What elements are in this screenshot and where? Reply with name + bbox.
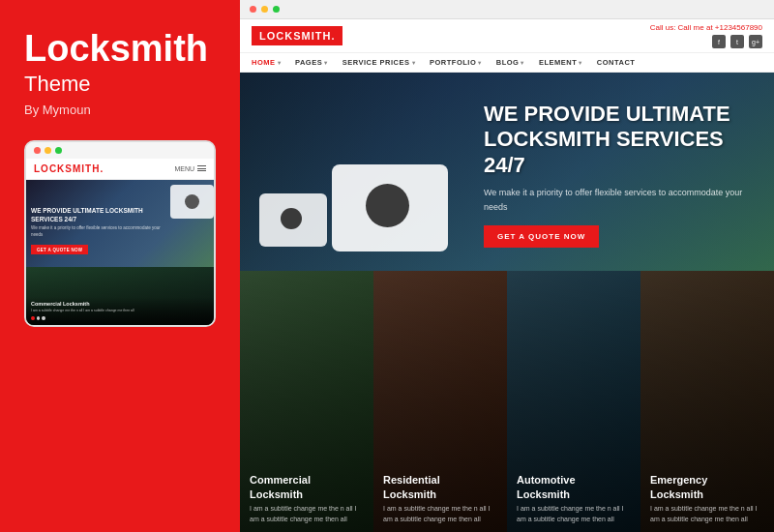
- chevron-down-icon: ▾: [478, 59, 482, 66]
- chevron-down-icon: ▾: [521, 59, 524, 66]
- mobile-camera-shape: [170, 185, 214, 219]
- desktop-mockup: LOCKSMITH. Call us: Call me at +12345678…: [240, 0, 774, 532]
- nav-contact[interactable]: CONTACT: [597, 58, 636, 67]
- camera-big-lens: [366, 184, 409, 227]
- desktop-nav: HOME ▾ PAGES ▾ SERVICE PRICES ▾ PORTFOLI…: [240, 53, 774, 73]
- close-dot: [250, 6, 256, 13]
- camera-small: [259, 193, 327, 247]
- nav-blog[interactable]: BLOG ▾: [496, 58, 524, 67]
- mobile-logo: LOCKSMITH.: [34, 163, 104, 174]
- carousel-dots: [31, 316, 45, 321]
- maximize-dot: [55, 147, 62, 154]
- camera-big: [332, 164, 448, 251]
- maximize-dot: [273, 6, 280, 13]
- service-emergency[interactable]: EmergencyLocksmith I am a subtitle chang…: [640, 271, 774, 532]
- chevron-down-icon: ▾: [579, 59, 582, 66]
- mobile-hero: WE PROVIDE ULTIMATE LOCKSMITH SERVICES 2…: [26, 180, 214, 267]
- chevron-down-icon: ▾: [278, 59, 282, 66]
- mobile-service-commercial: Commercial Locksmith I am a subtitle cha…: [26, 267, 214, 325]
- mobile-camera-lens: [185, 194, 199, 209]
- nav-service-prices[interactable]: SERVICE PRICES ▾: [342, 58, 415, 67]
- service-residential[interactable]: ResidentialLocksmith I am a subtitle cha…: [373, 271, 507, 532]
- desktop-hero-title: WE PROVIDE ULTIMATE LOCKSMITH SERVICES 2…: [484, 102, 755, 178]
- chevron-down-icon: ▾: [324, 59, 328, 66]
- service-automotive[interactable]: AutomotiveLocksmith I am a subtitle chan…: [507, 271, 640, 532]
- mobile-window-controls: [26, 142, 214, 159]
- left-panel: Locksmith Theme By Mymoun LOCKSMITH. MEN…: [0, 0, 240, 532]
- nav-pages[interactable]: PAGES ▾: [295, 58, 328, 67]
- minimize-dot: [261, 6, 268, 13]
- mobile-mockup: LOCKSMITH. MENU WE PROVIDE ULTIMATE LOCK…: [24, 140, 216, 327]
- nav-home[interactable]: HOME ▾: [252, 58, 281, 67]
- mobile-menu[interactable]: MENU: [174, 165, 206, 172]
- camera-group: [259, 164, 448, 251]
- hamburger-icon: [197, 165, 206, 171]
- camera-small-lens: [281, 208, 302, 229]
- close-dot: [34, 147, 41, 154]
- mobile-services: Commercial Locksmith I am a subtitle cha…: [26, 267, 214, 325]
- chevron-down-icon: ▾: [412, 59, 416, 66]
- app-title: Locksmith Theme By Mymoun: [24, 29, 216, 138]
- googleplus-icon[interactable]: g+: [749, 35, 762, 48]
- mobile-cta-button[interactable]: GET A QUOTE NOW: [31, 245, 88, 254]
- mobile-header: LOCKSMITH. MENU: [26, 159, 214, 180]
- nav-element[interactable]: ELEMENT ▾: [539, 58, 582, 67]
- mobile-hero-text: WE PROVIDE ULTIMATE LOCKSMITH SERVICES 2…: [31, 207, 165, 254]
- nav-portfolio[interactable]: PORTFOLIO ▾: [430, 58, 482, 67]
- desktop-window-controls: [240, 0, 774, 19]
- desktop-hero-content: WE PROVIDE ULTIMATE LOCKSMITH SERVICES 2…: [484, 102, 755, 248]
- desktop-hero: WE PROVIDE ULTIMATE LOCKSMITH SERVICES 2…: [240, 73, 774, 271]
- twitter-icon[interactable]: t: [730, 35, 744, 48]
- desktop-logo: LOCKSMITH.: [252, 26, 342, 45]
- service-commercial[interactable]: CommercialLocksmith I am a subtitle chan…: [240, 271, 373, 532]
- desktop-cta-button[interactable]: GET A QUOTE NOW: [484, 225, 599, 248]
- desktop-hero-desc: We make it a priority to offer flexible …: [484, 186, 755, 214]
- facebook-icon[interactable]: f: [712, 35, 726, 48]
- desktop-top-info: LOCKSMITH. Call us: Call me at +12345678…: [240, 19, 774, 53]
- desktop-phone: Call us: Call me at +1234567890: [650, 23, 762, 32]
- minimize-dot: [45, 147, 51, 154]
- desktop-services: CommercialLocksmith I am a subtitle chan…: [240, 271, 774, 532]
- social-links: f t g+: [712, 35, 762, 48]
